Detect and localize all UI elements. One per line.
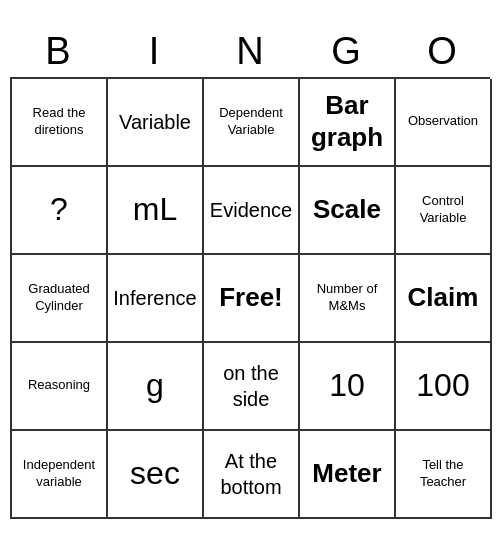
bingo-cell: ? [12, 167, 108, 255]
cell-text: Dependent Variable [208, 105, 294, 139]
cell-text: Independent variable [16, 457, 102, 491]
bingo-card: B I N G O Read the diretionsVariableDepe… [10, 26, 490, 519]
bingo-cell: g [108, 343, 204, 431]
bingo-cell: sec [108, 431, 204, 519]
letter-g: G [301, 30, 391, 73]
cell-text: Scale [313, 194, 381, 225]
cell-text: Claim [408, 282, 479, 313]
cell-text: 10 [329, 367, 365, 404]
letter-b: B [13, 30, 103, 73]
cell-text: Reasoning [28, 377, 90, 394]
cell-text: Evidence [210, 197, 292, 223]
cell-text: Number of M&Ms [304, 281, 390, 315]
cell-text: Meter [312, 458, 381, 489]
bingo-cell: Evidence [204, 167, 300, 255]
cell-text: Graduated Cylinder [16, 281, 102, 315]
bingo-cell: Tell the Teacher [396, 431, 492, 519]
cell-text: Control Variable [400, 193, 486, 227]
cell-text: 100 [416, 367, 469, 404]
cell-text: on the side [208, 360, 294, 412]
bingo-cell: Bar graph [300, 79, 396, 167]
bingo-cell: Meter [300, 431, 396, 519]
bingo-cell: mL [108, 167, 204, 255]
cell-text: g [146, 367, 164, 404]
letter-o: O [397, 30, 487, 73]
bingo-cell: Graduated Cylinder [12, 255, 108, 343]
bingo-cell: Read the diretions [12, 79, 108, 167]
cell-text: sec [130, 455, 180, 492]
letter-i: I [109, 30, 199, 73]
bingo-cell: Reasoning [12, 343, 108, 431]
cell-text: At the bottom [208, 448, 294, 500]
bingo-cell: Free! [204, 255, 300, 343]
bingo-cell: Number of M&Ms [300, 255, 396, 343]
cell-text: Inference [113, 285, 196, 311]
bingo-cell: Dependent Variable [204, 79, 300, 167]
bingo-cell: Claim [396, 255, 492, 343]
bingo-cell: Observation [396, 79, 492, 167]
bingo-cell: 100 [396, 343, 492, 431]
letter-n: N [205, 30, 295, 73]
bingo-cell: Independent variable [12, 431, 108, 519]
cell-text: ? [50, 191, 68, 228]
bingo-title: B I N G O [10, 26, 490, 77]
cell-text: Free! [219, 282, 283, 313]
bingo-cell: At the bottom [204, 431, 300, 519]
cell-text: Read the diretions [16, 105, 102, 139]
cell-text: Observation [408, 113, 478, 130]
bingo-cell: 10 [300, 343, 396, 431]
bingo-grid: Read the diretionsVariableDependent Vari… [10, 77, 490, 519]
cell-text: Tell the Teacher [400, 457, 486, 491]
bingo-cell: on the side [204, 343, 300, 431]
bingo-cell: Control Variable [396, 167, 492, 255]
bingo-cell: Inference [108, 255, 204, 343]
bingo-cell: Scale [300, 167, 396, 255]
cell-text: mL [133, 191, 177, 228]
bingo-cell: Variable [108, 79, 204, 167]
cell-text: Bar graph [304, 90, 390, 152]
cell-text: Variable [119, 109, 191, 135]
